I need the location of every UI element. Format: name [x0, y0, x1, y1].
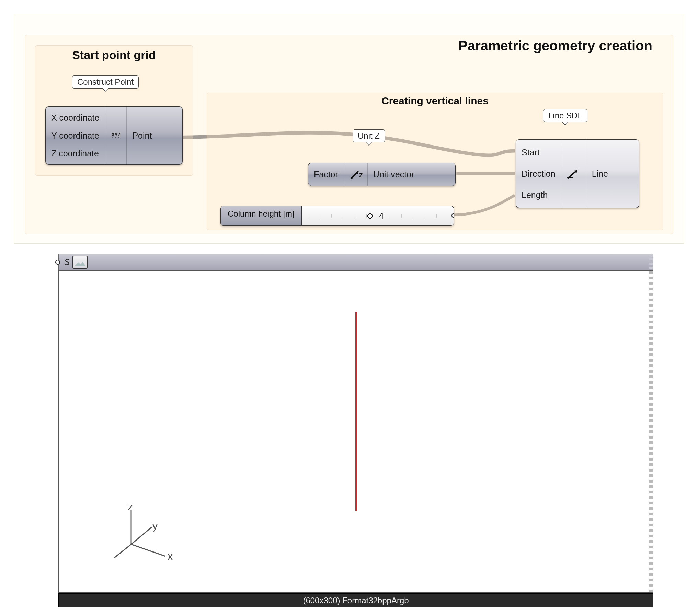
- slider-track[interactable]: 4: [302, 206, 454, 225]
- axis-z-label: z: [128, 501, 133, 513]
- svg-point-7: [567, 177, 569, 179]
- port-z-coord[interactable]: Z coordinate: [46, 147, 105, 160]
- port-y-coord[interactable]: Y coordinate: [46, 129, 105, 142]
- svg-text:Z: Z: [359, 172, 363, 179]
- group-vertical-title: Creating vertical lines: [207, 95, 663, 107]
- axis-gizmo: z y x: [107, 503, 183, 561]
- svg-point-2: [351, 177, 353, 179]
- line-icon: [561, 140, 586, 208]
- slider-thumb[interactable]: [367, 212, 374, 219]
- slider-value: 4: [379, 211, 384, 221]
- grasshopper-canvas[interactable]: Parametric geometry creation Start point…: [14, 14, 684, 244]
- node-unit-z[interactable]: Factor Z Unit vector: [308, 163, 456, 186]
- port-direction[interactable]: Direction: [516, 167, 561, 180]
- svg-line-11: [131, 527, 152, 544]
- group-start-grid-title: Start point grid: [35, 48, 193, 62]
- scribble-unit-z[interactable]: Unit Z: [353, 129, 385, 142]
- axis-y-label: y: [152, 520, 158, 532]
- jagged-edge-icon: [649, 271, 653, 592]
- viewport-panel: S z y x (600x300) Format32bppArgb: [58, 254, 653, 607]
- viewport-input-grip[interactable]: [55, 260, 60, 265]
- svg-line-9: [131, 544, 165, 556]
- port-point-out[interactable]: Point: [127, 129, 157, 142]
- viewport-tag: S: [64, 257, 70, 267]
- geometry-line: [355, 312, 357, 511]
- xyz-icon: XYZ· · ·: [105, 107, 127, 164]
- slider-column-height[interactable]: Column height [m] 4: [220, 206, 454, 226]
- axis-x-label: x: [168, 550, 173, 562]
- port-line[interactable]: Line: [586, 167, 614, 180]
- unit-z-icon: Z: [344, 163, 368, 186]
- node-line-sdl[interactable]: Start Direction Length Line: [516, 139, 639, 208]
- port-start[interactable]: Start: [516, 146, 561, 159]
- port-unit-vector[interactable]: Unit vector: [368, 168, 420, 181]
- node-construct-point[interactable]: X coordinate Y coordinate Z coordinate X…: [45, 106, 183, 165]
- svg-line-10: [114, 544, 131, 558]
- viewport-3d[interactable]: z y x: [58, 270, 653, 593]
- slider-label: Column height [m]: [221, 206, 302, 225]
- port-factor[interactable]: Factor: [308, 168, 344, 181]
- port-x-coord[interactable]: X coordinate: [46, 112, 105, 124]
- port-length[interactable]: Length: [516, 189, 561, 201]
- viewport-titlebar[interactable]: S: [58, 254, 653, 270]
- jagged-edge-icon: [649, 254, 653, 270]
- viewport-status: (600x300) Format32bppArgb: [58, 593, 653, 607]
- image-icon: [72, 256, 88, 269]
- scribble-construct-point[interactable]: Construct Point: [72, 75, 139, 89]
- scribble-line-sdl[interactable]: Line SDL: [543, 109, 587, 122]
